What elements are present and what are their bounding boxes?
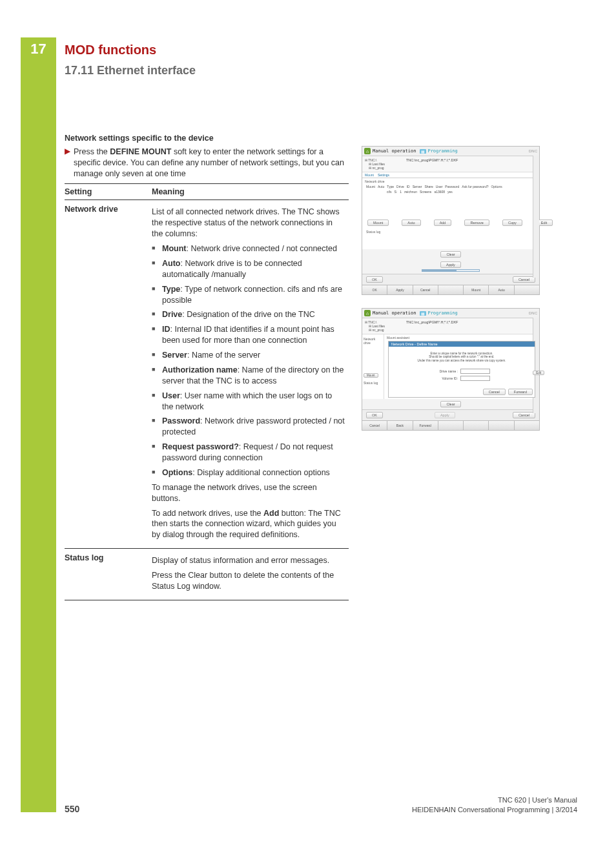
screenshot-mount-assistant: ⌂ Manual operation ▦ Programming DNC ⊟ T… — [362, 308, 540, 431]
list-item: ■Auto: Network drive is to be connected … — [152, 258, 345, 280]
term: ID — [162, 325, 170, 334]
volume-id-input[interactable] — [460, 376, 490, 381]
softkey[interactable] — [489, 421, 514, 430]
network-drive-section-label: Network drive — [362, 178, 539, 185]
th-setting: Setting — [65, 183, 152, 200]
softkey[interactable]: Forward — [413, 421, 438, 430]
wizard-title: Network Drive - Define Name — [389, 342, 535, 347]
add-button[interactable]: Add — [434, 220, 452, 226]
softkey[interactable]: Cancel — [413, 285, 438, 294]
col: User — [436, 185, 443, 189]
programming-text: Programming — [427, 311, 457, 316]
dnc-label: DNC — [529, 311, 537, 315]
drive-buttons-row: Mount Auto Add Remove Copy Edit — [362, 217, 539, 229]
col: Server — [413, 185, 422, 189]
footer-line2: HEIDENHAIN Conversational Programming | … — [412, 806, 577, 813]
softkey[interactable]: Apply — [387, 285, 413, 294]
square-icon: ■ — [152, 442, 162, 451]
cancel-button[interactable]: Cancel — [513, 276, 535, 283]
footer-line1: TNC 620 | User's Manual — [498, 796, 577, 804]
list-item: ■Type: Type of network connection. cifs … — [152, 284, 345, 306]
mode-icon: ⌂ — [364, 310, 371, 316]
cell-network-drive-meaning: List of all connected network drives. Th… — [152, 200, 349, 549]
edit-button[interactable]: Edit — [533, 371, 544, 375]
clear-button[interactable]: Clear — [440, 401, 460, 407]
ok-button[interactable]: OK — [366, 412, 383, 418]
col: Type — [387, 185, 394, 189]
field-label: Drive name : — [433, 369, 458, 373]
term: Drive — [162, 310, 182, 319]
desc: : Display additional connection options — [192, 468, 330, 477]
intro-text: Press the DEFINE MOUNT soft key to enter… — [74, 147, 349, 179]
file-tree: ⊟ TNC:\ ⊟ Last files ⊟ nc_prog — [365, 320, 405, 332]
square-icon: ■ — [152, 309, 162, 318]
drive-name-field: Drive name : — [393, 369, 531, 374]
softkey[interactable] — [438, 421, 464, 430]
nd-label: Network drive — [364, 337, 382, 345]
softkey[interactable] — [515, 421, 539, 430]
th-meaning: Meaning — [152, 183, 349, 200]
copy-button[interactable]: Copy — [502, 220, 522, 226]
softkey[interactable]: Auto — [489, 285, 514, 294]
cell: Screens — [420, 190, 431, 194]
square-icon: ■ — [152, 365, 162, 374]
nd-add-pre: To add network drives, use the — [152, 509, 263, 518]
cell: zeichnun — [404, 190, 417, 194]
clear-button[interactable]: Clear — [440, 251, 460, 258]
term: Options — [162, 468, 192, 477]
nd-add-bold: Add — [263, 509, 279, 518]
remove-button[interactable]: Remove — [464, 220, 489, 226]
cell-status-log-meaning: Display of status information and error … — [152, 549, 349, 600]
ok-button[interactable]: OK — [366, 276, 383, 283]
softkey[interactable]: Mount — [464, 285, 489, 294]
body-content: Network settings specific to the device … — [65, 133, 349, 600]
softkey[interactable]: Back — [387, 421, 413, 430]
settings-table: Setting Meaning Network drive List of al… — [65, 183, 349, 600]
clear-row: Clear — [362, 249, 539, 260]
progress-bar — [422, 269, 480, 272]
apply-button-disabled: Apply — [435, 412, 455, 418]
path-text: TNC:\nc_prog\PGM\*.H;*.I;*.DXF — [406, 320, 537, 332]
apply-button[interactable]: Apply — [440, 261, 461, 268]
square-icon: ■ — [152, 243, 162, 252]
list-item: ■Drive: Designation of the drive on the … — [152, 309, 345, 320]
network-drive-list-area — [362, 195, 539, 217]
tree-folder: nc_prog — [372, 328, 384, 332]
list-item: ■Mount: Network drive connected / not co… — [152, 243, 345, 254]
softkey[interactable] — [515, 285, 539, 294]
cell-network-drive-label: Network drive — [65, 200, 152, 549]
list-item: ■Password: Network drive password protec… — [152, 416, 345, 438]
vertical-softkey-strip — [533, 156, 539, 278]
square-icon: ■ — [152, 416, 162, 425]
field-label: Volume ID: — [433, 376, 458, 380]
volume-id-field: Volume ID: — [393, 376, 531, 381]
tab-mount[interactable]: Mount — [365, 173, 374, 177]
drive-name-input[interactable] — [460, 369, 490, 374]
softkey[interactable] — [464, 421, 489, 430]
nd-manage-note: To manage the network drives, use the sc… — [152, 482, 345, 504]
mount-button[interactable]: Mount — [364, 373, 378, 378]
status-log-area — [362, 234, 539, 249]
square-icon: ■ — [152, 350, 162, 359]
mount-button[interactable]: Mount — [367, 220, 389, 226]
subsection-title: Network settings specific to the device — [65, 133, 349, 144]
cancel-button[interactable]: Cancel — [513, 412, 535, 418]
desc: : Type of network connection. cifs and n… — [162, 285, 342, 305]
wizard-cancel-button[interactable]: Cancel — [483, 389, 506, 395]
page-footer: 550 TNC 620 | User's Manual HEIDENHAIN C… — [65, 795, 577, 814]
cell: yes — [447, 190, 453, 194]
dnc-label: DNC — [529, 149, 537, 153]
col: Password — [445, 185, 459, 189]
tab-settings[interactable]: Settings — [378, 173, 389, 177]
network-drive-columns: Mount Auto Type Drive ID Server Share Us… — [362, 185, 539, 190]
wizard-forward-button[interactable]: Forward — [508, 389, 533, 395]
intro-bullet: ▶ Press the DEFINE MOUNT soft key to ent… — [65, 147, 349, 179]
title-bar: ⌂ Manual operation ▦ Programming DNC — [362, 147, 539, 156]
desc: : Name of the server — [187, 351, 260, 360]
softkey[interactable] — [438, 285, 464, 294]
softkey[interactable]: Cancel — [362, 421, 387, 430]
auto-button[interactable]: Auto — [402, 220, 420, 226]
title-bar: ⌂ Manual operation ▦ Programming DNC — [362, 309, 539, 318]
softkey[interactable]: OK — [362, 285, 387, 294]
col: Mount — [366, 185, 375, 189]
